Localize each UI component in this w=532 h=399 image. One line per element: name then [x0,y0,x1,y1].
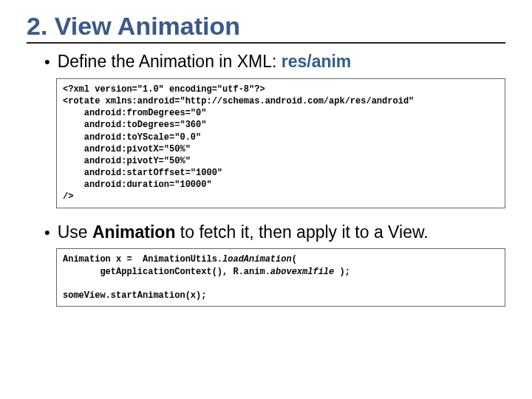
bullet-2: • Use Animation to fetch it, then apply … [44,222,505,243]
code1-l2: <rotate xmlns:android="http://schemas.an… [63,96,414,106]
slide-title: 2. View Animation [27,12,505,41]
bullet-icon: • [44,52,50,72]
bullet-1-text: Define the Animation in XML: res/anim [58,51,352,72]
bullet-2-bold: Animation [92,222,175,242]
code1-l10: /> [63,191,73,202]
bullet-2-prefix: Use [58,222,92,242]
code1-l4: android:toDegrees="360" [63,120,206,130]
code-block-xml: <?xml version="1.0" encoding="utf-8"?> <… [56,78,505,208]
code1-l7: android:pivotY="50%" [63,156,191,166]
code1-l9: android:duration="10000" [63,180,212,190]
code2-l2c: ); [334,267,350,277]
code2-blank [63,279,68,289]
code2-l1a: Animation x = AnimationUtils. [63,254,222,265]
bullet-icon: • [44,222,50,243]
bullet-1-path: res/anim [282,52,352,71]
code2-l2b: abovexmlfile [270,267,334,277]
title-divider [27,42,505,44]
code2-l1b: loadAnimation [222,254,292,265]
code1-l1: <?xml version="1.0" encoding="utf-8"?> [63,84,265,95]
code-block-java: Animation x = AnimationUtils.loadAnimati… [56,248,505,307]
slide: 2. View Animation • Define the Animation… [0,0,532,307]
bullet-1-prefix: Define the Animation in XML: [58,52,282,71]
code2-l2a: getApplicationContext(), R.anim. [63,267,270,277]
code1-l3: android:fromDegrees="0" [63,108,206,118]
bullet-2-suffix: to fetch it, then apply it to a View. [175,222,428,242]
bullet-2-text: Use Animation to fetch it, then apply it… [58,222,429,243]
code2-l1c: ( [292,254,297,265]
code1-l6: android:pivotX="50%" [63,144,191,154]
code2-l3: someView.startAnimation(x); [63,290,206,301]
code1-l8: android:startOffset="1000" [63,168,222,178]
bullet-1: • Define the Animation in XML: res/anim [44,51,505,72]
code1-l5: android:toYScale="0.0" [63,132,201,143]
